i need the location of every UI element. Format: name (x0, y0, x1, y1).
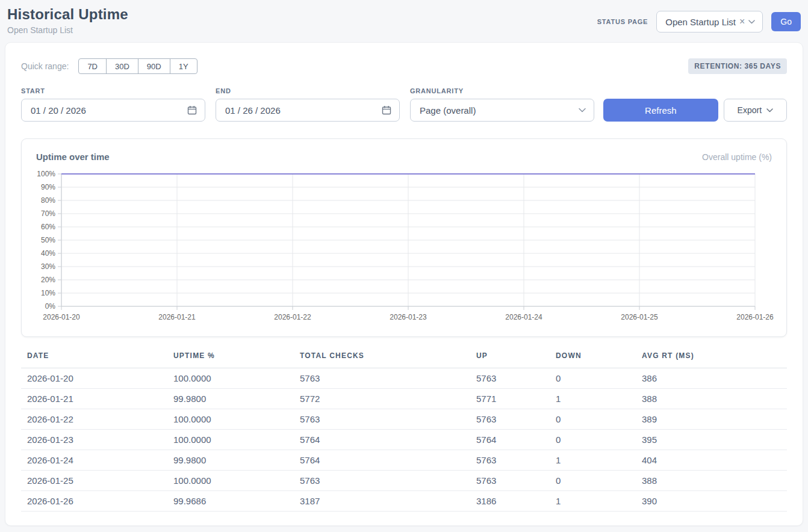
table-cell: 2026-01-24 (21, 450, 167, 471)
quick-range-group: 7D 30D 90D 1Y (78, 58, 197, 74)
svg-text:10%: 10% (41, 289, 55, 297)
column-header: AVG RT (MS) (636, 351, 787, 368)
table-cell: 99.9800 (167, 389, 294, 409)
svg-text:30%: 30% (41, 262, 55, 271)
end-date-input[interactable]: 01 / 26 / 2026 (216, 99, 400, 122)
table-cell: 0 (550, 368, 636, 389)
table-cell: 3187 (294, 491, 470, 512)
svg-text:0%: 0% (45, 302, 56, 311)
svg-text:2026-01-25: 2026-01-25 (621, 313, 658, 321)
table-row: 2026-01-22100.0000576357630389 (21, 409, 787, 430)
svg-text:80%: 80% (41, 196, 55, 205)
quick-range-row: Quick range: 7D 30D 90D 1Y RETENTION: 36… (21, 58, 787, 74)
table-cell: 0 (550, 409, 636, 430)
table-cell: 2026-01-21 (21, 389, 167, 409)
granularity-selected-value: Page (overall) (420, 105, 476, 116)
status-page-controls: STATUS PAGE Open Startup List × Go (597, 11, 801, 32)
table-row: 2026-01-2199.9800577257711388 (21, 389, 787, 409)
granularity-select[interactable]: Page (overall) (410, 99, 594, 122)
uptime-chart-svg: 0%10%20%30%40%50%60%70%80%90%100%2026-01… (36, 168, 774, 326)
quick-range-1y-button[interactable]: 1Y (170, 58, 197, 74)
svg-text:20%: 20% (41, 276, 55, 284)
start-date-field: START 01 / 20 / 2026 (21, 87, 205, 122)
end-date-field: END 01 / 26 / 2026 (216, 87, 400, 122)
column-header: DATE (21, 351, 167, 368)
quick-range-7d-button[interactable]: 7D (78, 58, 107, 74)
table-cell: 100.0000 (167, 430, 294, 450)
table-cell: 99.9800 (167, 450, 294, 471)
table-cell: 100.0000 (167, 471, 294, 491)
table-row: 2026-01-23100.0000576457640395 (21, 430, 787, 450)
chart-title: Uptime over time (36, 152, 110, 162)
retention-badge: RETENTION: 365 DAYS (688, 58, 787, 74)
column-header: UP (470, 351, 550, 368)
quick-range-90d-button[interactable]: 90D (138, 58, 170, 74)
table-cell: 386 (636, 368, 787, 389)
export-button[interactable]: Export (724, 99, 787, 122)
chart-header: Uptime over time Overall uptime (%) (36, 152, 772, 162)
column-header: TOTAL CHECKS (294, 351, 470, 368)
table-cell: 388 (636, 471, 787, 491)
chevron-down-icon (579, 108, 586, 113)
table-cell: 2026-01-25 (21, 471, 167, 491)
table-cell: 5763 (470, 409, 550, 430)
table-cell: 395 (636, 430, 787, 450)
table-cell: 2026-01-22 (21, 409, 167, 430)
table-cell: 0 (550, 471, 636, 491)
chevron-down-icon (748, 20, 755, 24)
svg-text:100%: 100% (37, 170, 55, 178)
column-header: DOWN (550, 351, 636, 368)
uptime-table: DATEUPTIME %TOTAL CHECKSUPDOWNAVG RT (MS… (21, 351, 787, 512)
go-button[interactable]: Go (771, 12, 801, 31)
uptime-line-chart: 0%10%20%30%40%50%60%70%80%90%100%2026-01… (36, 168, 772, 328)
table-cell: 5763 (294, 409, 470, 430)
table-cell: 2026-01-23 (21, 430, 167, 450)
page-heading: Historical Uptime Open Startup List (7, 6, 128, 35)
table-cell: 5764 (294, 450, 470, 471)
page-title: Historical Uptime (7, 6, 128, 23)
export-button-label: Export (738, 105, 762, 115)
svg-text:2026-01-20: 2026-01-20 (43, 313, 80, 321)
table-cell: 5763 (470, 368, 550, 389)
svg-text:2026-01-23: 2026-01-23 (390, 313, 427, 321)
table-cell: 404 (636, 450, 787, 471)
svg-text:2026-01-24: 2026-01-24 (505, 313, 542, 321)
table-cell: 5772 (294, 389, 470, 409)
table-cell: 2026-01-26 (21, 491, 167, 512)
svg-text:2026-01-21: 2026-01-21 (158, 313, 196, 321)
table-cell: 389 (636, 409, 787, 430)
granularity-field: GRANULARITY Page (overall) (410, 87, 594, 122)
end-date-label: END (216, 87, 400, 94)
column-header: UPTIME % (167, 351, 294, 368)
table-row: 2026-01-25100.0000576357630388 (21, 471, 787, 491)
refresh-button[interactable]: Refresh (603, 99, 718, 122)
calendar-icon[interactable] (187, 105, 197, 115)
status-page-select[interactable]: Open Startup List × (656, 11, 763, 32)
table-cell: 2026-01-20 (21, 368, 167, 389)
uptime-table-wrap: DATEUPTIME %TOTAL CHECKSUPDOWNAVG RT (MS… (21, 351, 787, 512)
clear-selection-icon[interactable]: × (739, 17, 745, 26)
table-row: 2026-01-2699.9686318731861390 (21, 491, 787, 512)
svg-text:60%: 60% (41, 223, 55, 231)
filters-row: START 01 / 20 / 2026 END 01 / 26 / 2026 … (21, 87, 787, 122)
quick-range-label: Quick range: (21, 61, 69, 71)
status-page-label: STATUS PAGE (597, 18, 648, 25)
table-cell: 5763 (470, 471, 550, 491)
svg-text:50%: 50% (41, 236, 55, 244)
svg-text:70%: 70% (41, 209, 55, 218)
table-row: 2026-01-20100.0000576357630386 (21, 368, 787, 389)
table-cell: 5763 (294, 471, 470, 491)
table-cell: 3186 (470, 491, 550, 512)
table-cell: 5764 (294, 430, 470, 450)
table-cell: 100.0000 (167, 368, 294, 389)
calendar-icon[interactable] (382, 105, 391, 115)
status-page-selected-value: Open Startup List (665, 17, 736, 27)
table-cell: 5771 (470, 389, 550, 409)
table-cell: 1 (550, 389, 636, 409)
start-date-value: 01 / 20 / 2026 (31, 105, 86, 116)
svg-text:2026-01-26: 2026-01-26 (736, 313, 774, 321)
svg-text:40%: 40% (41, 249, 55, 258)
quick-range-30d-button[interactable]: 30D (106, 58, 138, 74)
start-date-input[interactable]: 01 / 20 / 2026 (21, 99, 205, 122)
top-bar: Historical Uptime Open Startup List STAT… (0, 0, 808, 35)
